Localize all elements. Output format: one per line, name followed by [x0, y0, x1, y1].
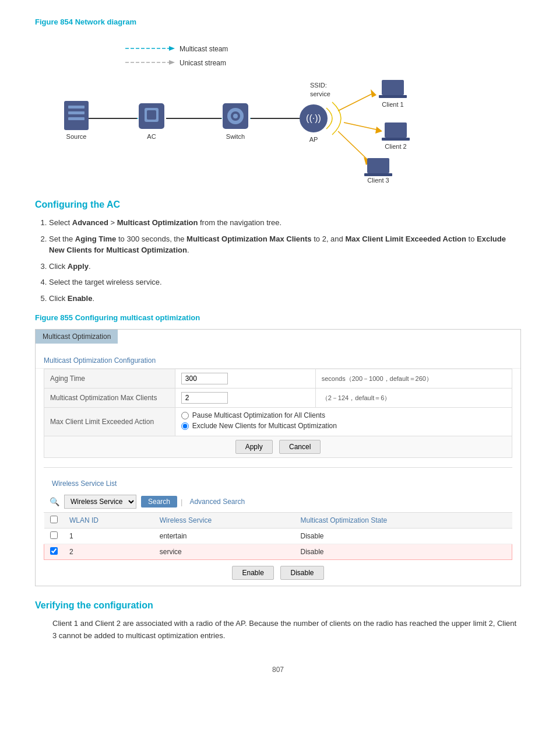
action-radio-pause[interactable]	[181, 412, 189, 419]
svg-rect-17	[64, 101, 89, 130]
cancel-button[interactable]: Cancel	[279, 440, 321, 454]
svg-rect-20	[68, 117, 85, 120]
aging-time-label: Aging Time	[44, 369, 175, 388]
wireless-service-list-title: Wireless Service List	[44, 474, 512, 491]
svg-rect-35	[379, 95, 407, 98]
page-number: 807	[35, 666, 521, 674]
svg-text:Switch: Switch	[226, 133, 245, 140]
svg-rect-24	[147, 110, 156, 120]
aging-time-row: Aging Time seconds（200－1000，default＝260）	[44, 369, 512, 388]
search-filter-icon: 🔍	[50, 497, 59, 506]
step-4: Select the target wireless service.	[49, 276, 521, 288]
svg-text:Client 2: Client 2	[385, 143, 406, 150]
multicast-state-header: Multicast Optimization State	[295, 513, 512, 528]
action-option1-label: Pause Multicast Optimization for All Cli…	[192, 411, 325, 419]
figure-854-title: Figure 854 Network diagram	[35, 18, 521, 26]
multicast-legend-text: Multicast steam	[180, 45, 228, 53]
enable-button[interactable]: Enable	[232, 566, 273, 580]
disable-button[interactable]: Disable	[280, 566, 323, 580]
apply-button[interactable]: Apply	[235, 440, 273, 454]
max-clients-hint: （2－124，default＝6）	[315, 388, 512, 408]
step-3: Click Apply.	[49, 261, 521, 272]
aging-time-input-cell	[175, 369, 315, 388]
instructions-list: Select Advanced > Multicast Optimization…	[35, 217, 521, 304]
unicast-legend-text: Unicast stream	[180, 59, 226, 67]
section-configuring-title: Configuring the AC	[35, 200, 521, 210]
max-clients-row: Multicast Optimization Max Clients （2－12…	[44, 388, 512, 408]
buttons-row: Apply Cancel	[44, 436, 512, 458]
step-2: Set the Aging Time to 300 seconds, the M…	[49, 233, 521, 256]
row1-service: entertain	[154, 528, 295, 544]
select-all-header	[44, 513, 64, 528]
svg-rect-18	[68, 106, 85, 108]
svg-text:((·)): ((·))	[306, 113, 321, 123]
aging-time-input[interactable]	[181, 373, 228, 384]
action-option1-row: Pause Multicast Optimization for All Cli…	[181, 411, 506, 419]
svg-rect-37	[385, 123, 407, 138]
config-table: Aging Time seconds（200－1000，default＝260）…	[44, 369, 512, 458]
step-1: Select Advanced > Multicast Optimization…	[49, 217, 521, 229]
svg-rect-19	[68, 111, 85, 114]
config-section-title: Multicast Optimization Configuration	[36, 351, 520, 369]
row1-checkbox[interactable]	[50, 531, 58, 539]
svg-rect-41	[364, 173, 392, 176]
svg-text:service: service	[310, 90, 330, 97]
table-header-row: WLAN ID Wireless Service Multicast Optim…	[44, 513, 512, 528]
step-5: Click Enable.	[49, 293, 521, 304]
network-diagram: Multicast steam Unicast stream SSID: ser…	[35, 32, 521, 186]
action-row: Max Client Limit Exceeded Action Pause M…	[44, 408, 512, 436]
max-clients-input[interactable]	[181, 392, 228, 404]
figure-855-title: Figure 855 Configuring multicast optimiz…	[35, 313, 521, 322]
row1-state: Disable	[295, 528, 512, 544]
action-option2-row: Exclude New Clients for Multicast Optimi…	[181, 422, 506, 430]
table-row: 1 entertain Disable	[44, 528, 512, 544]
svg-marker-1	[169, 46, 175, 51]
action-option2-label: Exclude New Clients for Multicast Optimi…	[192, 422, 337, 430]
advanced-search-link[interactable]: Advanced Search	[189, 498, 245, 506]
svg-text:AC: AC	[147, 133, 156, 140]
wireless-service-table: WLAN ID Wireless Service Multicast Optim…	[44, 513, 512, 560]
svg-text:SSID:: SSID:	[310, 82, 327, 89]
verifying-text: Client 1 and Client 2 are associated wit…	[52, 618, 521, 642]
search-button[interactable]: Search	[141, 496, 177, 508]
svg-text:Source: Source	[66, 133, 87, 140]
action-label: Max Client Limit Exceeded Action	[44, 408, 175, 436]
svg-rect-34	[382, 80, 404, 95]
row2-state: Disable	[295, 544, 512, 560]
action-radio-exclude[interactable]	[181, 422, 189, 430]
svg-rect-40	[367, 158, 389, 173]
network-diagram-svg: Multicast steam Unicast stream SSID: ser…	[35, 32, 490, 184]
svg-line-10	[344, 123, 379, 130]
svg-point-29	[233, 114, 238, 118]
svg-text:Client 3: Client 3	[367, 177, 389, 184]
svg-marker-9	[371, 89, 376, 97]
enable-disable-row: Enable Disable	[36, 560, 520, 586]
row1-checkbox-cell	[44, 528, 64, 544]
max-clients-label: Multicast Optimization Max Clients	[44, 388, 175, 408]
row1-wlan-id: 1	[64, 528, 154, 544]
row2-checkbox-cell	[44, 544, 64, 560]
aging-time-hint: seconds（200－1000，default＝260）	[315, 369, 512, 388]
svg-rect-38	[382, 138, 410, 141]
svg-text:Client 1: Client 1	[382, 101, 403, 108]
svg-line-8	[338, 93, 373, 111]
row2-checkbox[interactable]	[50, 547, 58, 555]
max-clients-input-cell	[175, 388, 315, 408]
svg-line-12	[338, 131, 367, 159]
row2-wlan-id: 2	[64, 544, 154, 560]
search-dropdown[interactable]: Wireless Service	[64, 495, 136, 509]
svg-marker-11	[375, 127, 382, 134]
wireless-service-header: Wireless Service	[154, 513, 295, 528]
panel-tab[interactable]: Multicast Optimization	[36, 330, 118, 344]
table-row: 2 service Disable	[44, 544, 512, 560]
section-verifying-title: Verifying the configuration	[35, 600, 521, 611]
wlan-id-header: WLAN ID	[64, 513, 154, 528]
action-options-cell: Pause Multicast Optimization for All Cli…	[175, 408, 512, 436]
config-buttons-cell: Apply Cancel	[44, 436, 512, 458]
svg-marker-3	[169, 60, 175, 65]
select-all-checkbox[interactable]	[50, 516, 58, 523]
multicast-optimization-panel: Multicast Optimization Multicast Optimiz…	[35, 329, 521, 586]
row2-service: service	[154, 544, 295, 560]
search-bar: 🔍 Wireless Service Search | Advanced Sea…	[44, 491, 512, 513]
svg-text:AP: AP	[309, 136, 318, 143]
